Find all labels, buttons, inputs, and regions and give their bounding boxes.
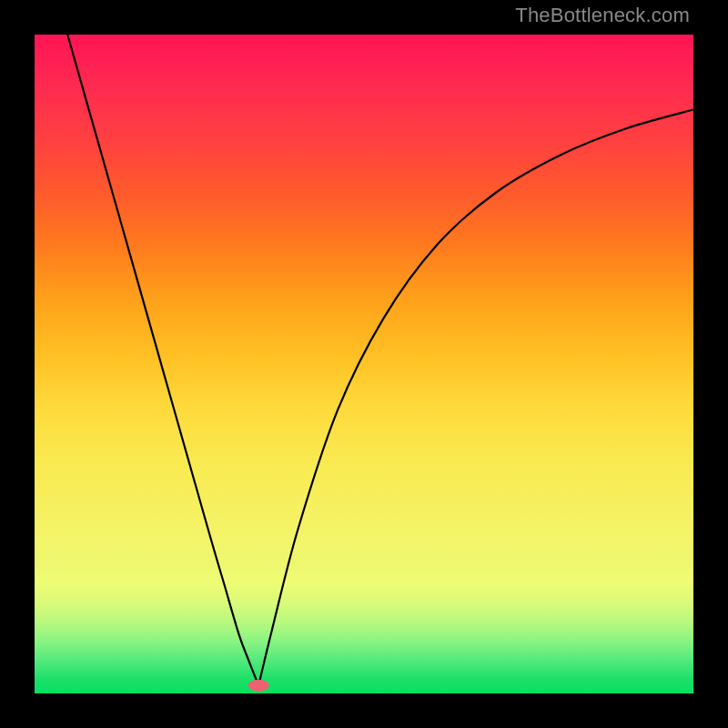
- watermark-text: TheBottleneck.com: [515, 4, 690, 27]
- chart-frame: TheBottleneck.com: [0, 0, 728, 728]
- plot-area: [35, 35, 693, 693]
- curve-left-branch: [67, 35, 258, 685]
- curve-right-branch: [258, 110, 693, 686]
- chart-svg: [35, 35, 693, 693]
- min-point-marker: [248, 680, 268, 691]
